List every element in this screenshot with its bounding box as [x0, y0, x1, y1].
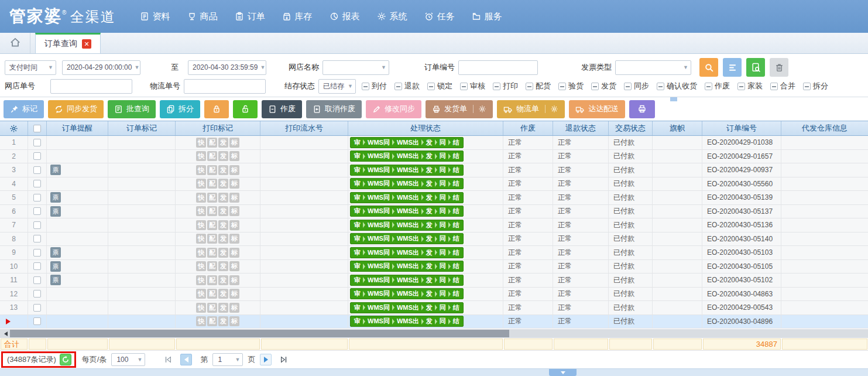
date-from-input[interactable]: 2020-04-29 00:00:00▼ — [62, 60, 140, 75]
refresh-button[interactable] — [60, 354, 71, 365]
row-checkbox-cell[interactable] — [28, 233, 47, 246]
filter-flag[interactable]: 发货 — [591, 81, 616, 91]
flag-checkbox[interactable] — [803, 83, 811, 90]
row-checkbox-cell[interactable] — [28, 260, 47, 274]
batch-query-button[interactable]: 批查询 — [108, 100, 156, 118]
row-checkbox[interactable] — [33, 304, 41, 312]
row-checkbox[interactable] — [33, 207, 41, 215]
row-checkbox[interactable] — [33, 139, 41, 146]
shop-order-input[interactable] — [50, 79, 132, 94]
search-button[interactable] — [699, 58, 718, 77]
flag-checkbox[interactable] — [737, 83, 745, 90]
flag-checkbox[interactable] — [591, 83, 599, 90]
row-checkbox[interactable] — [33, 194, 41, 201]
column-header-reminder[interactable]: 订单提醒 — [47, 121, 108, 135]
collapse-panel-handle[interactable] — [549, 369, 577, 376]
logistics-note-button[interactable]: 物流单 — [497, 100, 565, 118]
lock-button[interactable] — [204, 100, 229, 118]
flag-checkbox[interactable] — [394, 83, 402, 90]
invoice-type-select[interactable]: ▼ — [615, 60, 691, 75]
nav-item-goods[interactable]: 商品 — [187, 11, 217, 22]
flag-checkbox[interactable] — [362, 83, 369, 90]
column-header-trade-status[interactable]: 交易状态 — [609, 121, 653, 135]
date-to-input[interactable]: 2020-04-30 23:59:59▼ — [188, 60, 266, 75]
nav-item-services[interactable]: 服务 — [472, 11, 502, 22]
delivery-note-button[interactable]: 发货单 — [426, 100, 493, 118]
page-number-select[interactable]: 1▼ — [212, 353, 243, 366]
home-button[interactable] — [0, 33, 30, 53]
dada-delivery-button[interactable]: 达达配送 — [569, 100, 625, 118]
scrollbar-fragment[interactable] — [670, 97, 677, 101]
column-header-flag[interactable]: 旗帜 — [653, 121, 702, 135]
row-checkbox[interactable] — [33, 290, 41, 298]
column-header-order-no[interactable]: 订单编号 — [702, 121, 781, 135]
filter-flag[interactable]: 同步 — [624, 81, 649, 91]
flag-checkbox[interactable] — [427, 83, 435, 90]
row-checkbox[interactable] — [33, 249, 41, 257]
balance-status-select[interactable]: 已结存▼ — [318, 79, 356, 94]
column-header-refund-status[interactable]: 退款状态 — [553, 121, 609, 135]
gear-icon[interactable] — [473, 105, 486, 113]
nav-item-tasks[interactable]: 任务 — [424, 11, 454, 22]
column-header-order-mark[interactable]: 订单标记 — [108, 121, 176, 135]
row-checkbox-cell[interactable] — [28, 288, 47, 301]
void-button[interactable]: 作废 — [262, 100, 302, 118]
filter-flag[interactable]: 验货 — [558, 81, 584, 91]
flag-checkbox[interactable] — [770, 83, 778, 90]
table-row[interactable]: 3 票 快配发标 审WMS同WMS出发同结 正常 正常 已付款 EO-20200… — [0, 163, 868, 177]
filter-flag[interactable]: 确认收货 — [657, 81, 697, 91]
last-page-button[interactable] — [280, 356, 288, 364]
mark-button[interactable]: 标记 — [4, 100, 44, 118]
doc-search-button[interactable] — [746, 58, 765, 77]
table-row[interactable]: 7 快配发标 审WMS同WMS出发同结 正常 正常 已付款 EO-2020043… — [0, 218, 868, 233]
table-row[interactable]: 6 票 快配发标 审WMS同WMS出发同结 正常 正常 已付款 EO-20200… — [0, 205, 868, 219]
row-checkbox-cell[interactable] — [28, 315, 47, 329]
sync-delivery-button[interactable]: 同步发货 — [48, 100, 104, 118]
unlock-button[interactable] — [233, 100, 258, 118]
column-list-button[interactable] — [723, 58, 742, 77]
row-checkbox-cell[interactable] — [28, 177, 47, 191]
tab-close-icon[interactable]: ✕ — [82, 39, 91, 49]
logistics-no-input[interactable] — [184, 79, 266, 94]
select-all-checkbox[interactable] — [28, 121, 47, 135]
row-checkbox-cell[interactable] — [28, 150, 47, 163]
nav-item-inventory[interactable]: 库存 — [282, 11, 312, 22]
row-checkbox[interactable] — [33, 317, 41, 325]
filter-flag[interactable]: 拆分 — [803, 81, 828, 91]
flag-checkbox[interactable] — [657, 83, 664, 90]
tab-order-query[interactable]: 订单查询 ✕ — [35, 33, 101, 53]
trash-button[interactable] — [770, 58, 788, 77]
table-row[interactable]: 4 快配发标 审WMS同WMS出发同结 正常 正常 已付款 EO-2020043… — [0, 177, 868, 192]
table-row[interactable]: 8 快配发标 审WMS同WMS出发同结 正常 正常 已付款 EO-2020043… — [0, 233, 868, 247]
flag-checkbox[interactable] — [624, 83, 632, 90]
row-checkbox-cell[interactable] — [28, 218, 47, 232]
column-header-print-mark[interactable]: 打印标记 — [176, 121, 260, 135]
nav-item-reports[interactable]: 报表 — [330, 11, 359, 22]
split-button[interactable]: 拆分 — [160, 100, 200, 118]
time-type-select[interactable]: 支付时间▼ — [5, 60, 56, 75]
modify-sync-button[interactable]: 修改同步 — [366, 100, 421, 118]
table-row[interactable]: 5 票 快配发标 审WMS同WMS出发同结 正常 正常 已付款 EO-20200… — [0, 191, 868, 205]
column-header-print-serial[interactable]: 打印流水号 — [260, 121, 348, 135]
horizontal-scrollbar[interactable] — [0, 329, 868, 338]
filter-flag[interactable]: 配货 — [526, 81, 551, 91]
nav-item-orders[interactable]: 订单 — [235, 11, 265, 22]
filter-flag[interactable]: 退款 — [394, 81, 420, 91]
row-checkbox-cell[interactable] — [28, 191, 47, 204]
table-row[interactable]: 13 快配发标 审WMS同WMS出发同结 正常 正常 已付款 EO-202004… — [0, 301, 868, 315]
filter-flag[interactable]: 合并 — [770, 81, 795, 91]
row-checkbox-cell[interactable] — [28, 301, 47, 315]
row-checkbox-cell[interactable] — [28, 274, 47, 287]
first-page-button[interactable] — [164, 356, 172, 364]
filter-flag[interactable]: 打印 — [493, 81, 518, 91]
print-button[interactable] — [629, 100, 655, 118]
column-header-warehouse[interactable]: 代发仓库信息 — [781, 121, 868, 135]
scrollbar-thumb[interactable] — [10, 330, 509, 337]
row-checkbox[interactable] — [33, 152, 41, 160]
cancel-void-button[interactable]: 取消作废 — [306, 100, 362, 118]
per-page-select[interactable]: 100▼ — [111, 353, 145, 366]
filter-flag[interactable]: 锁定 — [427, 81, 452, 91]
filter-flag[interactable]: 家装 — [737, 81, 763, 91]
scroll-left-icon[interactable] — [1, 329, 10, 338]
row-checkbox[interactable] — [33, 276, 41, 284]
